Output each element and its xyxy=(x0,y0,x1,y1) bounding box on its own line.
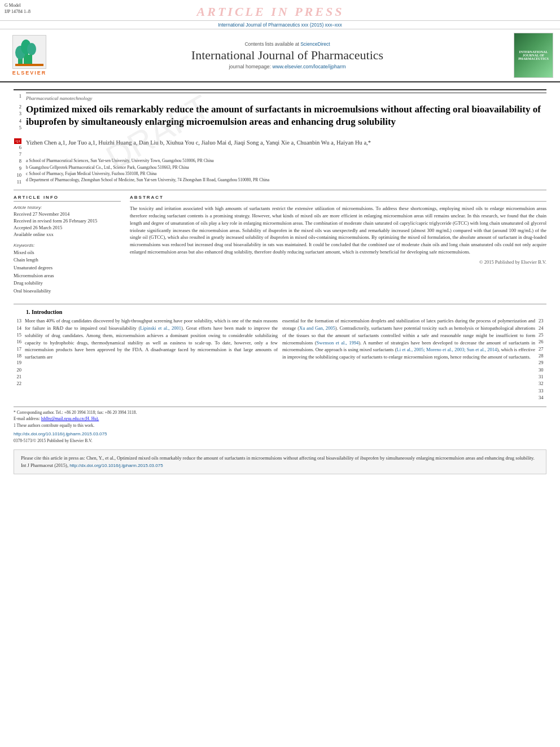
history-label: Article history: xyxy=(14,205,121,210)
q1-badge: Q1 xyxy=(14,138,21,144)
article-title: Optimized mixed oils remarkably reduce t… xyxy=(26,103,546,128)
elsevier-text: ELSEVIER xyxy=(12,70,47,76)
journal-title: International Journal of Pharmaceutics xyxy=(61,48,514,63)
intro-right-text: essential for the formation of microemul… xyxy=(282,317,535,401)
info-abstract-section: ARTICLE INFO Article history: Received 2… xyxy=(14,190,546,299)
copyright-line: © 2015 Published by Elsevier B.V. xyxy=(130,259,546,265)
article-history-section: Article history: Received 27 November 20… xyxy=(14,205,121,238)
keywords-list: Mixed oils Chain length Unsaturated degr… xyxy=(14,249,121,295)
received-date: Received 27 November 2014 xyxy=(14,211,121,218)
issn-line: 0378-5173/© 2015 Published by Elsevier B… xyxy=(14,438,546,444)
svg-point-4 xyxy=(27,43,36,55)
journal-cover-image: INTERNATIONAL JOURNAL OF PHARMACEUTICS xyxy=(514,33,553,78)
article-info-column: ARTICLE INFO Article history: Received 2… xyxy=(14,195,121,299)
swenson-ref[interactable]: Swenson et al., 1994 xyxy=(317,340,359,346)
introduction-section: 12 1. Introduction 13 14 15 16 17 18 19 … xyxy=(14,304,546,401)
g-model-info: G Model IJP 14784 1–8 xyxy=(5,2,30,15)
elsevier-logo: ELSEVIER xyxy=(7,35,52,76)
corresponding-author: * Corresponding author. Tel.: +86 20 399… xyxy=(14,409,546,416)
abstract-text: The toxicity and irritation associated w… xyxy=(130,205,546,255)
logo-image xyxy=(12,35,46,69)
affiliations-list: a School of Pharmaceutical Sciences, Sun… xyxy=(26,158,546,183)
revised-date: Received in revised form 26 February 201… xyxy=(14,218,121,225)
contrib-note: 1 These authors contribute equally to th… xyxy=(14,422,546,429)
journal-homepage: journal homepage: www.elsevier.com/locat… xyxy=(61,64,514,69)
xu-gan-ref[interactable]: Xu and Gan, 2005 xyxy=(299,325,335,331)
journal-center: Contents lists available at ScienceDirec… xyxy=(61,41,514,69)
abstract-header: ABSTRACT xyxy=(130,195,546,202)
doi-link[interactable]: http://dx.doi.org/10.1016/j.ijpharm.2015… xyxy=(14,431,107,436)
lipinski-ref[interactable]: Lipinski et al., 2001 xyxy=(140,325,181,331)
article-info-header: ARTICLE INFO xyxy=(14,195,121,202)
accepted-date: Accepted 26 March 2015 xyxy=(14,225,121,231)
article-in-press-watermark: ARTICLE IN PRESS xyxy=(30,5,510,19)
available-date: Available online xxx xyxy=(14,231,121,238)
svg-rect-5 xyxy=(28,55,32,65)
top-banner: G Model IJP 14784 1–8 ARTICLE IN PRESS xyxy=(0,0,560,21)
email-line: E-mail address: lshlhy@mail.sysu.edu.cn … xyxy=(14,416,546,422)
affiliations-row: 8 9 10 11 a School of Pharmaceutical Sci… xyxy=(14,158,546,186)
footer-notes: * Corresponding author. Tel.: +86 20 399… xyxy=(14,407,546,444)
homepage-link[interactable]: www.elsevier.com/locate/ijpharm xyxy=(273,64,346,69)
journal-url-line: International Journal of Pharmaceutics x… xyxy=(0,21,560,29)
keywords-section: Keywords: Mixed oils Chain length Unsatu… xyxy=(14,243,121,295)
main-content: 1 Pharmaceutical nanotechnology 2 3 4 5 … xyxy=(0,82,560,479)
authors-row: Q1 6 7 Yizhen Chen a,1, Jue Tuo a,1, Hui… xyxy=(14,138,546,158)
section-label: Pharmaceutical nanotechnology xyxy=(26,93,546,101)
journal-header: ELSEVIER Contents lists available at Sci… xyxy=(0,29,560,82)
li-et-al-ref[interactable]: Li et al., 2005; Moreno et al., 2003; Su… xyxy=(397,347,497,352)
svg-rect-6 xyxy=(15,64,43,66)
abstract-column: ABSTRACT The toxicity and irritation ass… xyxy=(130,195,546,299)
title-row: 2 3 4 5 Optimized mixed oils remarkably … xyxy=(14,103,546,138)
section-label-row: 1 Pharmaceutical nanotechnology xyxy=(14,93,546,103)
intro-heading: 1. Introduction xyxy=(26,309,546,315)
intro-left-text: More than 40% of drug candidates discove… xyxy=(25,317,278,401)
keywords-label: Keywords: xyxy=(14,243,121,248)
citation-box: Please cite this article in press as: Ch… xyxy=(14,449,546,474)
citation-doi-link[interactable]: http://dx.doi.org/10.1016/j.ijpharm.2015… xyxy=(69,463,163,468)
intro-body: 13 14 15 16 17 18 19 20 21 22 More than … xyxy=(14,317,546,401)
authors-list: Yizhen Chen a,1, Jue Tuo a,1, Huizhi Hua… xyxy=(26,138,546,147)
sciencedirect-link[interactable]: ScienceDirect xyxy=(300,41,330,47)
email-link[interactable]: lshlhy@mail.sysu.edu.cn (H. Hu). xyxy=(41,416,99,421)
